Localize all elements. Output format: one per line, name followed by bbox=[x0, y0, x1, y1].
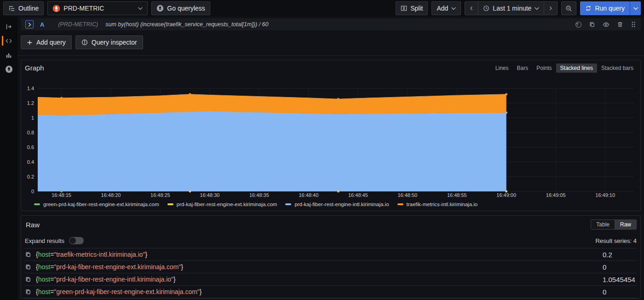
stacked-lines-chart[interactable]: 00.20.40.60.811.21.416:48:1516:48:2016:4… bbox=[24, 74, 638, 200]
svg-text:16:48:55: 16:48:55 bbox=[447, 192, 467, 198]
legend-swatch bbox=[34, 203, 40, 205]
angle-right-icon bbox=[548, 6, 553, 11]
datasource-picker[interactable]: PRD-METRIC bbox=[47, 1, 148, 15]
svg-text:0.8: 0.8 bbox=[27, 130, 34, 135]
result-row: {host="prd-kaj-fiber-rest-engine-ext.kir… bbox=[25, 261, 637, 273]
code-editor-tab[interactable] bbox=[0, 35, 17, 47]
legend-item[interactable]: prd-kaj-fiber-rest-engine-intl.kiriminaj… bbox=[285, 202, 389, 207]
results-tab-table[interactable]: Table bbox=[591, 220, 615, 229]
series-value: 1.0545454 bbox=[603, 276, 637, 283]
svg-text:16:48:45: 16:48:45 bbox=[348, 192, 368, 198]
run-query-button[interactable]: Run query bbox=[580, 1, 630, 15]
run-query-caret-button[interactable] bbox=[630, 1, 641, 15]
sync-icon bbox=[585, 5, 592, 12]
go-queryless-button[interactable]: Go queryless bbox=[151, 1, 210, 15]
prometheus-tab[interactable] bbox=[0, 63, 17, 75]
svg-text:16:48:15: 16:48:15 bbox=[52, 192, 71, 198]
legend-label: prd-kaj-fiber-rest-engine-ext.kiriminaja… bbox=[177, 202, 277, 207]
query-help-icon[interactable]: ? bbox=[575, 22, 581, 28]
add-dropdown-button[interactable]: Add bbox=[431, 1, 461, 15]
svg-text:16:48:40: 16:48:40 bbox=[299, 192, 318, 198]
code-icon bbox=[5, 37, 12, 45]
copy-label-icon[interactable] bbox=[25, 264, 31, 270]
angle-left-icon bbox=[469, 6, 474, 11]
split-label: Split bbox=[410, 5, 423, 12]
outline-button[interactable]: Outline bbox=[3, 1, 44, 15]
raw-results-panel: Raw TableRaw Expand results Result serie… bbox=[21, 215, 641, 299]
svg-text:1: 1 bbox=[31, 115, 34, 121]
result-rows: {host="traefik-metrics-intl.kiriminaja.i… bbox=[25, 248, 637, 298]
legend-item[interactable]: prd-kaj-fiber-rest-engine-ext.kiriminaja… bbox=[167, 202, 277, 207]
graph-style-stacked-lines[interactable]: Stacked lines bbox=[556, 63, 597, 73]
section-divider bbox=[17, 55, 644, 56]
query-expression: sum by(host) (increase(traefik_service_r… bbox=[105, 21, 268, 28]
prometheus-icon bbox=[52, 5, 60, 12]
series-value: 0 bbox=[603, 263, 637, 271]
datasource-label: PRD-METRIC bbox=[63, 5, 104, 12]
svg-text:16:49:05: 16:49:05 bbox=[546, 192, 566, 198]
time-shift-forward-button[interactable] bbox=[544, 1, 558, 15]
chart-legend: green-prd-kaj-fiber-rest-engine-ext.kiri… bbox=[24, 200, 638, 208]
series-label: {host="traefik-metrics-intl.kiriminaja.i… bbox=[36, 251, 147, 258]
split-button[interactable]: Split bbox=[396, 1, 428, 15]
svg-text:16:49:00: 16:49:00 bbox=[496, 192, 516, 198]
outline-icon bbox=[8, 5, 15, 12]
add-query-label: Add query bbox=[36, 39, 66, 46]
query-datasource-hint: (PRD-METRIC) bbox=[58, 21, 98, 28]
results-tab-raw[interactable]: Raw bbox=[615, 220, 636, 229]
svg-text:0.2: 0.2 bbox=[27, 174, 34, 179]
graph-style-bars[interactable]: Bars bbox=[513, 63, 533, 73]
svg-text:0.6: 0.6 bbox=[27, 144, 34, 150]
main-content: A (PRD-METRIC) sum by(host) (increase(tr… bbox=[17, 17, 644, 300]
expand-results-toggle[interactable] bbox=[69, 237, 84, 244]
legend-item[interactable]: traefik-metrics-intl.kiriminaja.io bbox=[397, 202, 478, 207]
graph-style-points[interactable]: Points bbox=[532, 63, 556, 73]
graph-style-stacked-bars[interactable]: Stacked bars bbox=[597, 63, 638, 73]
query-inspector-button[interactable]: Query inspector bbox=[75, 35, 143, 49]
svg-text:0: 0 bbox=[31, 189, 34, 194]
bar-chart-tab[interactable] bbox=[0, 49, 17, 61]
svg-text:16:48:25: 16:48:25 bbox=[150, 192, 170, 198]
chevron-down-icon bbox=[138, 7, 143, 10]
duplicate-query-icon[interactable] bbox=[589, 21, 595, 28]
svg-text:1.4: 1.4 bbox=[27, 86, 34, 91]
queryless-torch-icon bbox=[156, 5, 164, 12]
time-range-button[interactable]: Last 1 minute bbox=[478, 1, 544, 15]
query-collapse-button[interactable] bbox=[25, 20, 34, 29]
time-range-label: Last 1 minute bbox=[493, 5, 531, 12]
split-icon bbox=[401, 5, 407, 12]
result-series-count: Result series: 4 bbox=[595, 237, 637, 244]
legend-label: green-prd-kaj-fiber-rest-engine-ext.kiri… bbox=[43, 202, 159, 207]
open-pane-button[interactable] bbox=[0, 20, 17, 33]
svg-text:16:49:10: 16:49:10 bbox=[595, 192, 615, 198]
series-label: {host="prd-kaj-fiber-rest-engine-ext.kir… bbox=[36, 263, 183, 271]
legend-label: prd-kaj-fiber-rest-engine-intl.kiriminaj… bbox=[294, 202, 389, 207]
graph-style-lines[interactable]: Lines bbox=[491, 63, 513, 73]
legend-swatch bbox=[397, 203, 403, 205]
run-query-split-button: Run query bbox=[580, 1, 641, 15]
time-picker-group: Last 1 minute bbox=[465, 1, 558, 15]
open-pane-icon bbox=[5, 23, 12, 30]
svg-text:16:48:30: 16:48:30 bbox=[200, 192, 220, 198]
svg-text:16:48:20: 16:48:20 bbox=[101, 192, 121, 198]
toggle-visibility-icon[interactable] bbox=[603, 21, 610, 28]
delete-query-icon[interactable] bbox=[617, 21, 623, 28]
drag-handle-icon[interactable] bbox=[631, 21, 636, 28]
legend-label: traefik-metrics-intl.kiriminaja.io bbox=[407, 202, 478, 207]
svg-text:1.2: 1.2 bbox=[27, 100, 34, 106]
svg-text:0.4: 0.4 bbox=[27, 159, 34, 165]
legend-item[interactable]: green-prd-kaj-fiber-rest-engine-ext.kiri… bbox=[34, 202, 159, 207]
query-ref-id: A bbox=[40, 21, 44, 28]
results-view-tabs: TableRaw bbox=[591, 219, 637, 230]
copy-label-icon[interactable] bbox=[25, 276, 31, 283]
clock-icon bbox=[483, 5, 489, 12]
result-row: {host="prd-kaj-fiber-rest-engine-intl.ki… bbox=[25, 273, 637, 286]
zoom-out-button[interactable] bbox=[561, 1, 576, 15]
result-row: {host="traefik-metrics-intl.kiriminaja.i… bbox=[25, 248, 637, 261]
add-label: Add bbox=[437, 5, 448, 12]
copy-label-icon[interactable] bbox=[25, 288, 31, 295]
add-query-button[interactable]: Add query bbox=[21, 35, 72, 49]
time-shift-back-button[interactable] bbox=[465, 1, 478, 15]
plus-icon bbox=[27, 40, 33, 46]
copy-label-icon[interactable] bbox=[25, 251, 31, 258]
